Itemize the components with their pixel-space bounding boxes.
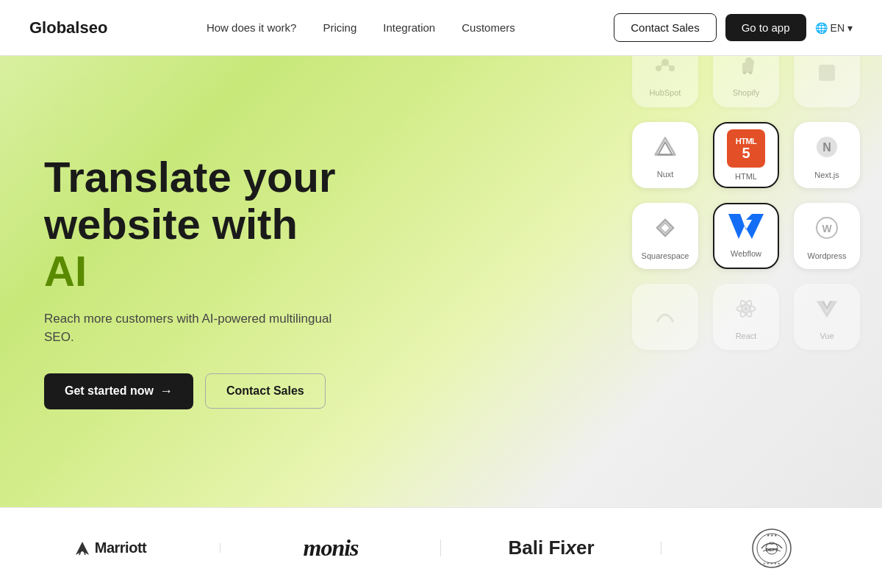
- unknown2-icon: [651, 301, 679, 333]
- nextjs-icon: N: [811, 132, 842, 166]
- tile-webflow: Webflow: [713, 203, 779, 269]
- tile-shopify: Shopify: [713, 56, 779, 107]
- hero-section: Translate your website with AI Reach mor…: [0, 56, 882, 507]
- contact-sales-button[interactable]: Contact Sales: [614, 13, 716, 42]
- react-label: React: [736, 331, 757, 340]
- tile-unknown2: [632, 284, 698, 350]
- shopify-label: Shopify: [733, 88, 760, 97]
- logo-marriott: Marriott: [0, 539, 220, 556]
- vue-icon: [812, 294, 842, 327]
- wordpress-icon: W: [811, 212, 842, 247]
- hero-title-part1: Translate your website with: [44, 153, 335, 248]
- tile-vue: Vue: [794, 284, 860, 350]
- tile-placeholder-1: [794, 56, 860, 107]
- squarespace-label: Squarespace: [642, 251, 689, 260]
- nav-actions: Contact Sales Go to app 🌐 EN ▾: [614, 13, 853, 42]
- hubspot-icon: [651, 56, 679, 84]
- nav-customers[interactable]: Customers: [462, 21, 515, 34]
- logo-text: Globalseo: [29, 18, 107, 37]
- webflow-icon: [728, 214, 764, 245]
- marriott-text: Marriott: [95, 539, 146, 556]
- tile-hubspot: HubSpot: [632, 56, 698, 107]
- tile-nextjs: N Next.js: [794, 122, 860, 188]
- logo-monis: monis: [220, 534, 441, 562]
- contact-sales-hero-button[interactable]: Contact Sales: [205, 373, 326, 409]
- nextjs-label: Next.js: [814, 171, 839, 179]
- nav-integration[interactable]: Integration: [383, 21, 435, 34]
- logo: Globalseo: [29, 18, 107, 37]
- svg-text:N: N: [822, 141, 831, 154]
- get-started-label: Get started now: [65, 384, 154, 398]
- html5-badge: HTML 5: [727, 129, 765, 168]
- logo-embassy: ★ ★ ★ ★ ★ ★ ★ ★ DEPT: [662, 528, 882, 569]
- svg-point-5: [743, 71, 746, 74]
- logos-bar: Marriott monis Bali Fixer ★ ★ ★ ★ ★ ★ ★ …: [0, 507, 882, 588]
- language-button[interactable]: 🌐 EN ▾: [815, 22, 853, 34]
- tile-wordpress: W Wordpress: [794, 203, 860, 269]
- embassy-seal: ★ ★ ★ ★ ★ ★ ★ ★ DEPT: [751, 528, 792, 569]
- tile-react: React: [713, 284, 779, 350]
- svg-text:★ ★ ★ ★ ★: ★ ★ ★ ★ ★: [763, 562, 781, 565]
- svg-point-17: [744, 306, 748, 311]
- marriott-logo: Marriott: [74, 539, 146, 556]
- vue-label: Vue: [820, 331, 833, 340]
- get-started-button[interactable]: Get started now →: [44, 373, 193, 409]
- tile-nuxt: Nuxt: [632, 122, 698, 188]
- balifixer-text: Bali Fixer: [508, 537, 594, 559]
- logo-balifixer: Bali Fixer: [441, 537, 662, 559]
- html-label: HTML: [735, 172, 757, 181]
- tile-html: HTML 5 HTML: [713, 122, 779, 188]
- nuxt-label: Nuxt: [657, 170, 674, 179]
- navbar: Globalseo How does it work? Pricing Inte…: [0, 0, 882, 56]
- shopify-icon: [732, 56, 760, 84]
- svg-point-6: [749, 71, 752, 74]
- svg-rect-7: [819, 65, 835, 81]
- hero-buttons: Get started now → Contact Sales: [44, 373, 338, 409]
- globe-icon: 🌐: [815, 22, 828, 34]
- svg-marker-9: [658, 142, 672, 154]
- hero-subtitle: Reach more customers with AI-powered mul…: [44, 309, 338, 347]
- hero-title: Translate your website with AI: [44, 154, 338, 294]
- nav-pricing[interactable]: Pricing: [323, 21, 356, 34]
- tiles-grid: HubSpot Shopify: [632, 56, 860, 350]
- webflow-label: Webflow: [731, 249, 761, 258]
- hero-content: Translate your website with AI Reach mor…: [0, 56, 382, 507]
- nav-links: How does it work? Pricing Integration Cu…: [207, 21, 515, 34]
- hubspot-label: HubSpot: [650, 88, 681, 97]
- monis-text: monis: [303, 534, 358, 562]
- nav-how-it-works[interactable]: How does it work?: [207, 21, 297, 34]
- nuxt-icon: [650, 132, 680, 165]
- svg-text:W: W: [822, 223, 832, 234]
- lang-label: EN: [831, 22, 845, 34]
- hero-title-ai: AI: [44, 247, 87, 295]
- squarespace-icon: [650, 212, 681, 247]
- svg-text:★ ★ ★: ★ ★ ★: [767, 533, 778, 537]
- html-five: 5: [742, 146, 750, 160]
- wordpress-label: Wordpress: [808, 251, 847, 260]
- svg-text:DEPT: DEPT: [766, 548, 778, 552]
- chevron-down-icon: ▾: [847, 22, 853, 34]
- tile-squarespace: Squarespace: [632, 203, 698, 269]
- hero-integrations: HubSpot Shopify: [382, 56, 882, 507]
- react-icon: [731, 294, 761, 327]
- svg-marker-8: [656, 137, 675, 154]
- go-to-app-button[interactable]: Go to app: [725, 14, 806, 41]
- placeholder-1-icon: [813, 59, 841, 90]
- arrow-icon: →: [159, 384, 173, 399]
